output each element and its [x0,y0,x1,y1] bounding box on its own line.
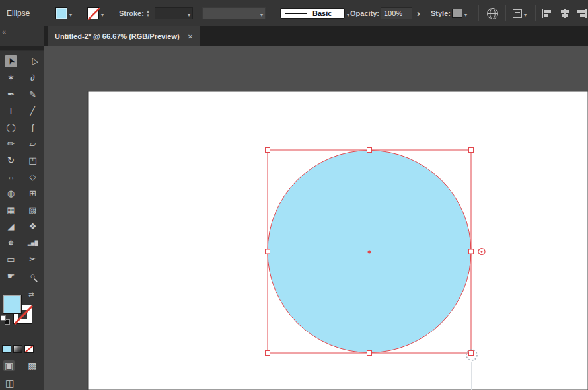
scale-tool[interactable]: ◰ [22,152,44,169]
chevron-down-icon[interactable] [524,7,527,19]
brush-definition-combo[interactable]: Basic [280,0,349,26]
draw-behind-icon[interactable] [26,360,38,371]
screen-mode-icon[interactable] [5,378,17,388]
line-segment-icon: ╱ [30,106,36,115]
magic-wand-icon: ✶ [7,73,15,82]
symbol-sprayer-tool[interactable]: ✵ [0,235,22,251]
handle-top-right[interactable] [469,148,474,153]
width-icon: ↔ [7,173,15,181]
eyedropper-tool[interactable]: ◢ [0,218,22,235]
rotate-tool[interactable]: ↻ [0,152,22,169]
handle-top-center[interactable] [367,148,372,153]
align-horizontal-center-button[interactable] [559,0,571,26]
shape-builder-tool[interactable]: ◍ [0,185,22,202]
direct-selection-tool[interactable]: ▷ [22,53,44,69]
stepper-arrows-icon[interactable]: ▲▼ [146,9,150,17]
zoom-tool[interactable]: ○ [22,268,44,284]
collapse-panel-button[interactable]: « [2,28,5,36]
gradient-tool[interactable]: ▨ [22,202,44,218]
blend-icon: ❖ [29,222,37,231]
center-point[interactable] [368,251,371,254]
pen-icon: ✒ [7,90,15,98]
swap-fill-stroke-icon[interactable] [28,291,34,298]
mesh-icon: ▦ [7,206,15,214]
chevron-down-icon[interactable] [188,7,190,19]
canvas-area[interactable] [44,46,588,390]
artboard-tool[interactable]: ▭ [0,251,22,268]
stroke-weight-stepper[interactable]: ▲▼ [146,0,150,26]
type-tool[interactable]: T [0,102,22,119]
style-label: Style: [431,0,451,26]
handle-middle-left[interactable] [266,249,270,254]
line-segment-tool[interactable]: ╱ [22,102,44,119]
handle-top-left[interactable] [266,148,270,153]
perspective-grid-tool[interactable]: ⊞ [22,185,44,202]
column-graph-icon: ▂▅█ [28,241,38,245]
none-mode-button[interactable] [24,345,34,353]
magic-wand-tool[interactable]: ✶ [0,69,22,86]
stroke-weight-dropdown[interactable] [155,7,193,19]
curvature-tool[interactable]: ✎ [22,86,44,102]
artboard-icon: ▭ [7,255,15,264]
selection-tool[interactable]: ➤ [0,53,22,69]
draw-normal-icon[interactable] [3,360,15,371]
chevron-down-icon[interactable] [101,7,104,19]
selection-icon: ➤ [5,56,16,66]
default-fill-stroke-button[interactable] [1,315,13,326]
handle-bottom-center[interactable] [367,351,372,356]
align-horizontal-left-button[interactable] [540,0,552,26]
opacity-input[interactable] [381,7,412,19]
mesh-tool[interactable]: ▦ [0,202,22,218]
brush-preview[interactable]: Basic [280,8,345,19]
free-transform-tool[interactable]: ◇ [22,169,44,185]
fill-color-swatch[interactable] [55,0,72,26]
align-horizontal-right-button[interactable] [576,0,588,26]
width-tool[interactable]: ↔ [0,169,22,185]
handle-bottom-left[interactable] [266,351,270,356]
pen-tool[interactable]: ✒ [0,86,22,102]
handle-middle-right[interactable] [469,249,474,254]
pencil-tool[interactable]: ✏ [0,136,22,152]
handle-bottom-right[interactable] [469,351,474,356]
chevron-down-icon[interactable] [464,7,467,19]
graphic-style-combo[interactable] [452,0,467,26]
blend-tool[interactable]: ❖ [22,218,44,235]
eraser-tool[interactable]: ▱ [22,136,44,152]
chevron-down-icon[interactable] [69,7,72,19]
curvature-icon: ✎ [29,90,36,98]
stroke-weight-combo[interactable] [155,0,193,26]
chevron-down-icon[interactable] [347,7,349,19]
drawing-mode-buttons [3,360,44,371]
opacity-more-button[interactable]: › [417,0,420,26]
chevron-down-icon[interactable] [260,7,263,19]
align-left-icon [540,8,552,19]
ellipse-tool[interactable]: ◯ [0,119,22,136]
hand-tool[interactable]: ☛ [0,268,22,284]
lasso-tool[interactable]: ∂ [22,69,44,86]
stroke-none-swatch-icon[interactable] [87,7,99,19]
column-graph-tool[interactable]: ▂▅█ [22,235,44,251]
close-icon[interactable]: ✕ [188,33,193,40]
separator [535,5,536,21]
rotate-icon: ↻ [7,156,15,165]
document-tab[interactable]: Untitled-2* @ 66.67% (RGB/Preview) ✕ [48,26,200,46]
recolor-artwork-button[interactable] [486,0,499,26]
control-bar: Ellipse Stroke: ▲▼ [0,0,588,26]
stroke-color-swatch[interactable] [87,0,104,26]
style-swatch-icon[interactable] [452,9,462,18]
gradient-mode-button[interactable] [13,345,22,353]
fill-swatch-icon[interactable] [55,7,67,19]
tools-panel-grip[interactable] [0,46,44,51]
fill-indicator-swatch[interactable] [3,295,22,314]
width-profile-combo[interactable] [202,0,266,26]
slice-tool[interactable]: ✂ [22,251,44,268]
document-options-button[interactable] [513,0,527,26]
default-fill-icon [1,315,6,321]
separator [478,5,479,21]
width-profile-dropdown[interactable] [202,7,266,19]
eraser-icon: ▱ [30,139,36,148]
paintbrush-tool[interactable]: ʃ [22,119,44,136]
opacity-label: Opacity: [350,0,379,26]
document-title[interactable]: Untitled-2* @ 66.67% (RGB/Preview) [55,32,180,40]
color-mode-button[interactable] [2,345,11,353]
